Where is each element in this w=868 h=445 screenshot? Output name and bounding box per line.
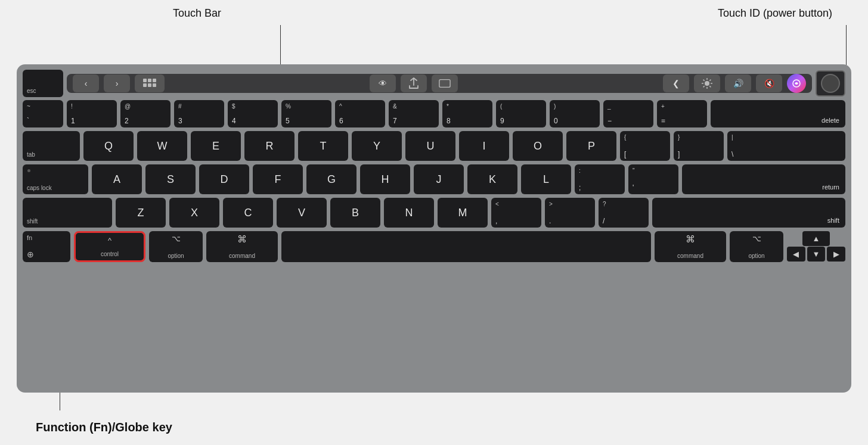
svg-rect-6 [439, 80, 450, 88]
key-period[interactable]: > . [545, 198, 595, 228]
key-i[interactable]: I [459, 131, 509, 161]
key-j[interactable]: J [414, 164, 464, 194]
key-7[interactable]: & 7 [389, 100, 439, 127]
key-5[interactable]: % 5 [281, 100, 331, 127]
key-2[interactable]: @ 2 [120, 100, 170, 127]
key-1[interactable]: ! 1 [67, 100, 117, 127]
key-u[interactable]: U [405, 131, 455, 161]
key-space[interactable] [281, 231, 651, 262]
key-arrow-left[interactable]: ◀ [787, 247, 805, 262]
svg-line-13 [709, 86, 711, 87]
svg-rect-2 [153, 79, 156, 82]
tb-screen-btn[interactable] [432, 74, 458, 92]
delete-label: delete [822, 117, 839, 124]
key-s[interactable]: S [145, 164, 196, 194]
key-slash[interactable]: ? / [599, 198, 649, 228]
key-shift-right[interactable]: shift [652, 198, 845, 228]
caps-lock-label: caps lock [27, 185, 52, 191]
command-left-symbol: ⌘ [237, 234, 247, 245]
key-e[interactable]: E [191, 131, 241, 161]
key-9[interactable]: ( 9 [496, 100, 546, 127]
key-tab[interactable]: tab [23, 131, 80, 161]
key-command-right[interactable]: ⌘ command [655, 231, 726, 262]
command-right-label: command [677, 253, 703, 259]
key-arrow-up[interactable]: ▲ [802, 231, 830, 246]
tb-back-btn[interactable]: ‹ [73, 74, 99, 92]
key-arrow-down[interactable]: ▼ [807, 247, 826, 262]
tb-chevron-btn[interactable]: ❮ [663, 74, 689, 92]
key-comma[interactable]: < , [491, 198, 541, 228]
key-t[interactable]: T [298, 131, 348, 161]
key-close-bracket[interactable]: } ] [674, 131, 724, 161]
tb-mute-btn[interactable]: 🔇 [756, 74, 782, 92]
svg-line-12 [703, 80, 705, 81]
tb-brightness-btn[interactable] [694, 74, 720, 92]
tb-right-controls: ❮ 🔊 🔇 [663, 74, 806, 93]
key-3[interactable]: # 3 [174, 100, 224, 127]
key-h[interactable]: H [360, 164, 410, 194]
key-caps-lock[interactable]: caps lock [23, 164, 88, 194]
arrow-keys-container: ▲ ◀ ▼ ▶ [787, 231, 845, 262]
touch-id-key[interactable] [816, 70, 845, 97]
svg-rect-5 [153, 83, 156, 87]
key-d[interactable]: D [199, 164, 249, 194]
key-minus[interactable]: _ − [603, 100, 653, 127]
svg-rect-3 [143, 83, 147, 87]
key-8[interactable]: * 8 [442, 100, 492, 127]
key-open-bracket[interactable]: { [ [620, 131, 670, 161]
svg-line-15 [703, 86, 705, 87]
key-quote[interactable]: " ' [628, 164, 678, 194]
key-option-right[interactable]: ⌥ option [730, 231, 783, 262]
key-m[interactable]: M [438, 198, 488, 228]
key-backslash[interactable]: | \ [727, 131, 845, 161]
key-control[interactable]: ^ control [74, 231, 145, 262]
key-y[interactable]: Y [352, 131, 402, 161]
tb-share-btn[interactable] [401, 74, 427, 92]
key-backtick[interactable]: ~ ` [23, 100, 63, 127]
key-n[interactable]: N [384, 198, 434, 228]
key-delete[interactable]: delete [711, 100, 845, 127]
key-arrow-right[interactable]: ▶ [827, 247, 845, 262]
key-equals[interactable]: + = [657, 100, 707, 127]
key-c[interactable]: C [223, 198, 273, 228]
key-return[interactable]: return [682, 164, 845, 194]
key-g[interactable]: G [306, 164, 356, 194]
key-option-left[interactable]: ⌥ option [149, 231, 203, 262]
key-q[interactable]: Q [83, 131, 134, 161]
key-semicolon[interactable]: : ; [575, 164, 625, 194]
key-x[interactable]: X [169, 198, 219, 228]
asdf-row: caps lock A S D F G H J K L : ; " ' retu… [23, 164, 845, 194]
tb-grid-btn[interactable] [135, 74, 165, 92]
tb-siri-btn[interactable] [787, 74, 806, 93]
key-z[interactable]: Z [116, 198, 166, 228]
keyboard: esc ‹ › 👁 [17, 64, 851, 393]
svg-rect-0 [143, 79, 147, 82]
key-shift-left[interactable]: shift [23, 198, 112, 228]
touch-bar-label: Touch Bar [173, 7, 221, 20]
touch-id-annotation-line [846, 25, 847, 66]
key-command-left[interactable]: ⌘ command [206, 231, 278, 262]
key-fn-globe[interactable]: fn ⊕ [23, 231, 70, 262]
key-w[interactable]: W [137, 131, 187, 161]
key-k[interactable]: K [467, 164, 517, 194]
key-v[interactable]: V [277, 198, 327, 228]
key-a[interactable]: A [92, 164, 142, 194]
key-b[interactable]: B [330, 198, 380, 228]
tb-eye-btn[interactable]: 👁 [370, 74, 396, 92]
touch-bar-annotation-line [280, 25, 281, 66]
key-6[interactable]: ^ 6 [335, 100, 385, 127]
option-left-symbol: ⌥ [172, 234, 181, 243]
key-o[interactable]: O [513, 131, 563, 161]
key-f[interactable]: F [253, 164, 303, 194]
control-symbol: ^ [108, 236, 111, 245]
tb-forward-btn[interactable]: › [104, 74, 130, 92]
tb-volume-btn[interactable]: 🔊 [725, 74, 751, 92]
key-4[interactable]: $ 4 [228, 100, 278, 127]
key-r[interactable]: R [244, 131, 294, 161]
control-label: control [101, 251, 119, 257]
bottom-row: fn ⊕ ^ control ⌥ option ⌘ command ⌘ comm… [23, 231, 845, 262]
key-l[interactable]: L [521, 164, 571, 194]
key-p[interactable]: P [566, 131, 616, 161]
key-esc[interactable]: esc [23, 70, 63, 97]
key-0[interactable]: ) 0 [550, 100, 600, 127]
